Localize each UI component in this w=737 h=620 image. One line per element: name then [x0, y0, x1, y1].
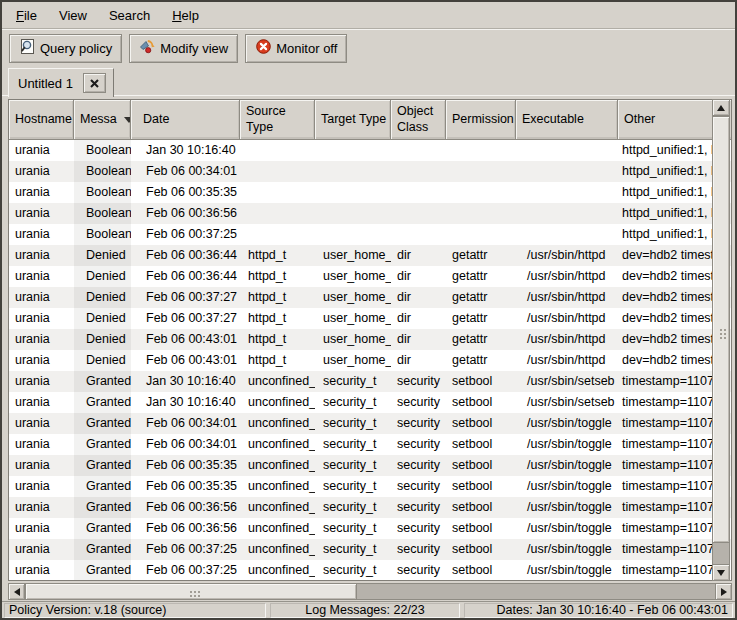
table-row[interactable]: uraniaGrantedFeb 06 00:35:35unconfined_s…	[9, 476, 731, 497]
menu-search[interactable]: Search	[98, 4, 161, 27]
cell-date: Feb 06 00:36:44	[131, 266, 240, 287]
table-row[interactable]: uraniaBooleanFeb 06 00:36:56httpd_unifie…	[9, 203, 731, 224]
scroll-down-button[interactable]	[712, 564, 730, 581]
cell-permission: setbool	[446, 434, 516, 455]
cell-target: user_home_	[315, 266, 391, 287]
cell-source: unconfined_	[240, 476, 315, 497]
table-row[interactable]: uraniaBooleanFeb 06 00:34:01httpd_unifie…	[9, 161, 731, 182]
table-row[interactable]: uraniaDeniedFeb 06 00:37:27httpd_tuser_h…	[9, 287, 731, 308]
table-row[interactable]: uraniaGrantedJan 30 10:16:40unconfined_s…	[9, 371, 731, 392]
column-header-label: Executable	[522, 112, 584, 127]
cell-source: unconfined_	[240, 392, 315, 413]
cell-object: security	[391, 371, 446, 392]
scroll-left-button[interactable]	[8, 583, 25, 600]
table-row[interactable]: uraniaDeniedFeb 06 00:37:27httpd_tuser_h…	[9, 308, 731, 329]
tab-untitled-1[interactable]: Untitled 1	[8, 68, 114, 97]
query-policy-button[interactable]: Query policy	[9, 34, 122, 63]
cell-message: Boolean	[74, 182, 131, 203]
table-body: uraniaBooleanJan 30 10:16:40httpd_unifie…	[9, 140, 731, 581]
cell-target: security_t	[315, 413, 391, 434]
cell-message: Granted	[74, 455, 131, 476]
query-policy-label: Query policy	[40, 41, 112, 56]
cell-object: security	[391, 476, 446, 497]
cell-permission: getattr	[446, 308, 516, 329]
vertical-scrollbar-thumb[interactable]	[712, 116, 730, 543]
cell-target: security_t	[315, 392, 391, 413]
table-row[interactable]: uraniaGrantedFeb 06 00:34:01unconfined_s…	[9, 434, 731, 455]
cell-source: unconfined_	[240, 434, 315, 455]
table-row[interactable]: uraniaGrantedFeb 06 00:35:35unconfined_s…	[9, 455, 731, 476]
cell-message: Granted	[74, 539, 131, 560]
cell-permission	[446, 224, 516, 245]
cell-object: dir	[391, 287, 446, 308]
cell-target: security_t	[315, 455, 391, 476]
table-row[interactable]: uraniaDeniedFeb 06 00:36:44httpd_tuser_h…	[9, 245, 731, 266]
cell-source: httpd_t	[240, 266, 315, 287]
arrow-left-icon	[14, 588, 20, 596]
table-row[interactable]: uraniaGrantedFeb 06 00:37:25unconfined_s…	[9, 539, 731, 560]
scroll-right-button[interactable]	[715, 583, 732, 600]
column-header-date[interactable]: Date	[131, 100, 240, 140]
table-row[interactable]: uraniaBooleanFeb 06 00:35:35httpd_unifie…	[9, 182, 731, 203]
cell-date: Feb 06 00:43:01	[131, 329, 240, 350]
horizontal-scrollbar[interactable]	[8, 583, 732, 600]
table-row[interactable]: uraniaGrantedFeb 06 00:37:25unconfined_s…	[9, 560, 731, 581]
tab-bar: Untitled 1	[2, 66, 735, 96]
column-header-message[interactable]: Messa	[74, 100, 131, 140]
table-row[interactable]: uraniaBooleanJan 30 10:16:40httpd_unifie…	[9, 140, 731, 161]
table-row[interactable]: uraniaDeniedFeb 06 00:36:44httpd_tuser_h…	[9, 266, 731, 287]
column-header-label: Other	[624, 112, 655, 127]
tab-close-button[interactable]	[83, 73, 106, 93]
cell-object: security	[391, 497, 446, 518]
menu-file[interactable]: File	[5, 4, 48, 27]
column-header-executable[interactable]: Executable	[516, 100, 618, 140]
scroll-up-button[interactable]	[712, 99, 730, 116]
cell-source	[240, 182, 315, 203]
menu-view[interactable]: View	[48, 4, 98, 27]
column-header-permission[interactable]: Permission	[446, 100, 516, 140]
column-header-target[interactable]: Target Type	[315, 100, 391, 140]
cell-hostname: urania	[9, 329, 74, 350]
monitor-off-button[interactable]: Monitor off	[245, 34, 347, 63]
table-row[interactable]: uraniaGrantedFeb 06 00:34:01unconfined_s…	[9, 413, 731, 434]
cell-hostname: urania	[9, 350, 74, 371]
column-header-object[interactable]: Object Class	[391, 100, 446, 140]
cell-hostname: urania	[9, 455, 74, 476]
cell-object	[391, 182, 446, 203]
table-row[interactable]: uraniaDeniedFeb 06 00:43:01httpd_tuser_h…	[9, 350, 731, 371]
cell-source: unconfined_	[240, 560, 315, 581]
cell-target: security_t	[315, 434, 391, 455]
modify-view-button[interactable]: Modify view	[129, 34, 238, 63]
cell-source: httpd_t	[240, 287, 315, 308]
table-row[interactable]: uraniaGrantedFeb 06 00:36:56unconfined_s…	[9, 497, 731, 518]
cell-message: Granted	[74, 434, 131, 455]
cell-permission: setbool	[446, 392, 516, 413]
cell-target: security_t	[315, 518, 391, 539]
cell-permission: setbool	[446, 497, 516, 518]
column-header-source[interactable]: Source Type	[240, 100, 315, 140]
cell-permission	[446, 203, 516, 224]
close-icon	[90, 76, 99, 91]
cell-executable: /usr/sbin/setseb	[516, 371, 618, 392]
column-header-hostname[interactable]: Hostname	[9, 100, 74, 140]
arrow-up-icon	[717, 105, 725, 111]
table-row[interactable]: uraniaGrantedJan 30 10:16:40unconfined_s…	[9, 392, 731, 413]
column-header-label: Target Type	[321, 112, 386, 127]
cell-hostname: urania	[9, 245, 74, 266]
menu-help[interactable]: Help	[161, 4, 210, 27]
modify-view-icon	[139, 38, 156, 58]
column-header-label: Source Type	[246, 104, 312, 135]
sort-desc-icon	[124, 117, 131, 123]
cell-executable: /usr/sbin/toggle	[516, 539, 618, 560]
cell-hostname: urania	[9, 203, 74, 224]
vertical-scrollbar[interactable]	[712, 99, 730, 581]
horizontal-scrollbar-thumb[interactable]	[25, 583, 357, 600]
table-row[interactable]: uraniaGrantedFeb 06 00:36:56unconfined_s…	[9, 518, 731, 539]
cell-source: unconfined_	[240, 413, 315, 434]
cell-executable: /usr/sbin/toggle	[516, 434, 618, 455]
table-row[interactable]: uraniaDeniedFeb 06 00:43:01httpd_tuser_h…	[9, 329, 731, 350]
cell-executable: /usr/sbin/httpd	[516, 308, 618, 329]
cell-source	[240, 161, 315, 182]
table-row[interactable]: uraniaBooleanFeb 06 00:37:25httpd_unifie…	[9, 224, 731, 245]
cell-date: Feb 06 00:37:25	[131, 560, 240, 581]
